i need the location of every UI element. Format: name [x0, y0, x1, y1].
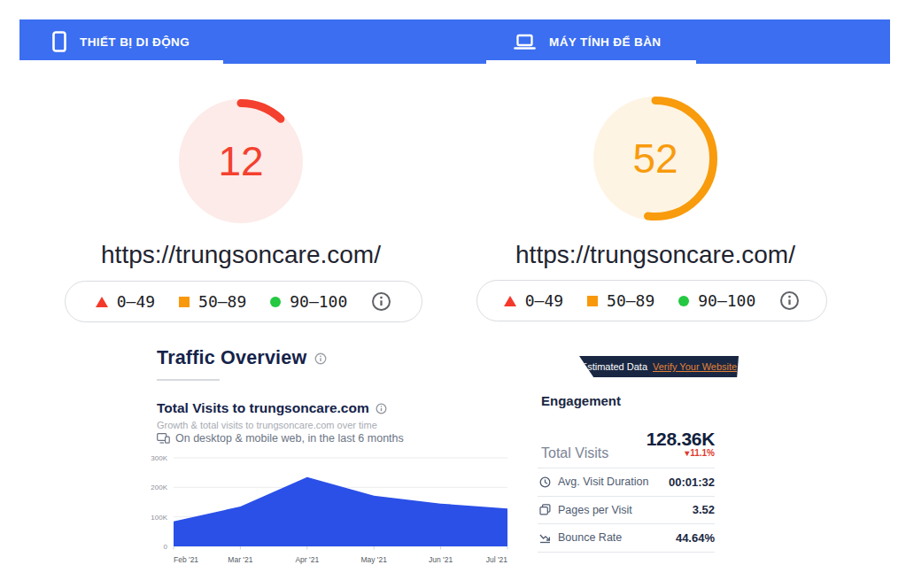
engagement-title: Engagement [541, 393, 621, 408]
legend-fail: 0–49 [504, 291, 563, 310]
chart-scope-text: On desktop & mobile web, in the last 6 m… [175, 432, 404, 445]
legend-fail: 0–49 [96, 292, 155, 311]
axis-label: Apr '21 [295, 555, 319, 564]
total-visits-label: Total Visits [541, 445, 608, 461]
axis-label: Jul '21 [486, 555, 508, 564]
desktop-score-gauge: 52 [593, 97, 717, 220]
axis-label: Feb '21 [174, 555, 198, 564]
tab-mobile[interactable]: THIẾT BỊ DI ĐỘNG [19, 19, 454, 64]
banner-text: Estimated Data [581, 361, 647, 372]
laptop-icon [514, 34, 536, 50]
total-visits-value: 128.36K [647, 429, 715, 450]
stat-value: 44.64% [676, 531, 715, 545]
verify-website-link[interactable]: Verify Your Website [653, 361, 737, 372]
legend-average-label: 50–89 [607, 291, 654, 310]
stat-value: 00:01:32 [669, 476, 715, 489]
legend-pass: 90–100 [270, 292, 347, 311]
green-circle-icon [678, 296, 689, 306]
axis-label: 200K [151, 484, 167, 491]
page: THIẾT BỊ DI ĐỘNG MÁY TÍNH ĐỂ BÀN 12 52 [0, 0, 906, 588]
axis-label: Jun '21 [429, 555, 453, 564]
chart-title: Total Visits to trungsoncare.com [157, 400, 369, 416]
score-legend-desktop: 0–49 50–89 90–100 [476, 280, 827, 321]
orange-square-icon [179, 297, 190, 307]
axis-label: May '21 [360, 555, 387, 564]
legend-fail-label: 0–49 [525, 291, 563, 310]
mobile-tested-url: https://trungsoncare.com/ [64, 241, 418, 269]
traffic-chart: 0100K200K300KFeb '21Mar '21Apr '21May '2… [144, 447, 520, 571]
desktop-tested-url: https://trungsoncare.com/ [478, 241, 832, 269]
tab-mobile-label: THIẾT BỊ DI ĐỘNG [80, 35, 190, 49]
chart-subtitle: Growth & total visits to trungsoncare.co… [157, 420, 377, 430]
legend-average: 50–89 [179, 292, 246, 311]
clock-icon [539, 476, 551, 488]
info-icon[interactable] [314, 352, 327, 365]
legend-pass: 90–100 [678, 291, 755, 310]
score-legend-mobile: 0–49 50–89 90–100 [65, 281, 422, 322]
legend-average: 50–89 [587, 291, 654, 310]
green-circle-icon [270, 297, 281, 307]
total-visits-change-value: 11.1% [690, 448, 715, 458]
bounce-rate-icon [539, 532, 551, 544]
orange-square-icon [587, 296, 598, 306]
total-visits-change: ▾ 11.1% [685, 448, 715, 458]
stat-row-avg-visit-duration: Avg. Visit Duration 00:01:32 [538, 468, 715, 496]
device-tabbar: THIẾT BỊ DI ĐỘNG MÁY TÍNH ĐỂ BÀN [19, 19, 890, 64]
axis-label: 100K [151, 514, 167, 522]
tab-desktop-active-underline [486, 60, 696, 64]
title-divider [157, 379, 220, 381]
devices-icon [157, 433, 170, 444]
legend-pass-label: 90–100 [290, 292, 347, 311]
stat-label: Pages per Visit [558, 504, 632, 516]
down-arrow-icon: ▾ [685, 448, 689, 458]
total-visits-block: Total Visits 128.36K ▾ 11.1% [538, 429, 715, 467]
stat-row-bounce-rate: Bounce Rate 44.64% [538, 523, 715, 553]
stat-label: Avg. Visit Duration [558, 476, 648, 488]
info-icon[interactable] [779, 290, 800, 311]
info-icon[interactable] [376, 403, 387, 414]
traffic-overview-title: Traffic Overview [157, 347, 306, 369]
legend-average-label: 50–89 [198, 292, 246, 311]
stat-row-pages-per-visit: Pages per Visit 3.52 [538, 496, 715, 524]
desktop-score-value: 52 [593, 97, 717, 220]
tab-mobile-active-underline [19, 60, 223, 64]
legend-fail-label: 0–49 [117, 292, 155, 311]
tab-desktop[interactable]: MÁY TÍNH ĐỂ BÀN [454, 19, 890, 64]
engagement-stats: Avg. Visit Duration 00:01:32 Pages per V… [538, 468, 715, 553]
axis-label: 0 [164, 543, 168, 551]
red-triangle-icon [504, 296, 516, 306]
stat-value: 3.52 [693, 503, 715, 516]
mobile-score-gauge: 12 [179, 99, 303, 223]
stat-label: Bounce Rate [558, 531, 622, 544]
red-triangle-icon [96, 297, 108, 307]
pages-icon [539, 504, 551, 515]
axis-label: 300K [151, 454, 167, 462]
phone-icon [52, 31, 66, 52]
info-icon[interactable] [371, 291, 391, 312]
tab-desktop-label: MÁY TÍNH ĐỂ BÀN [549, 35, 662, 49]
legend-pass-label: 90–100 [698, 291, 755, 310]
estimated-data-banner: Estimated Data Verify Your Website [579, 356, 739, 377]
mobile-score-value: 12 [179, 99, 303, 223]
axis-label: Mar '21 [228, 555, 252, 564]
